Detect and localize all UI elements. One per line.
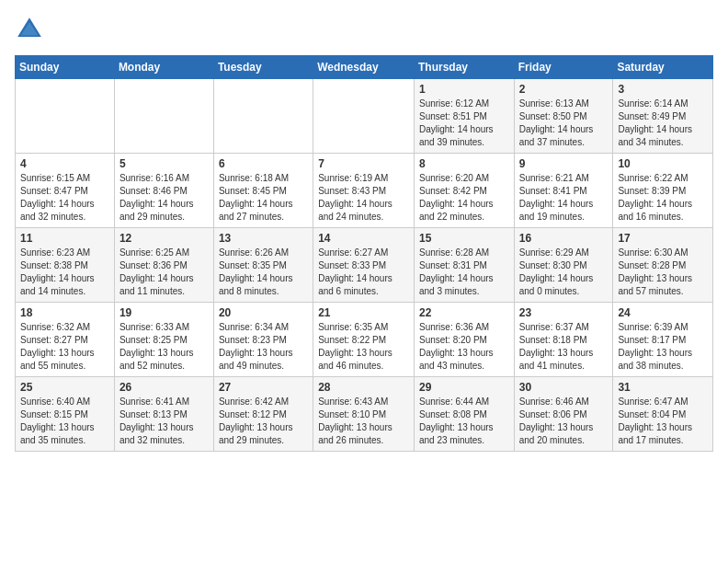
day-info: Sunrise: 6:16 AMSunset: 8:46 PMDaylight:… [119,172,209,224]
calendar-cell: 13Sunrise: 6:26 AMSunset: 8:35 PMDayligh… [213,228,313,303]
day-info: Sunrise: 6:37 AMSunset: 8:18 PMDaylight:… [519,321,609,373]
calendar-cell: 5Sunrise: 6:16 AMSunset: 8:46 PMDaylight… [114,154,213,228]
day-number: 13 [219,232,308,245]
day-info: Sunrise: 6:36 AMSunset: 8:20 PMDaylight:… [419,321,509,373]
calendar-cell: 28Sunrise: 6:43 AMSunset: 8:10 PMDayligh… [313,377,415,452]
day-info: Sunrise: 6:20 AMSunset: 8:42 PMDaylight:… [419,172,509,224]
day-number: 10 [618,157,708,170]
day-info: Sunrise: 6:33 AMSunset: 8:25 PMDaylight:… [119,321,209,373]
day-number: 3 [618,83,708,96]
calendar-week-row: 11Sunrise: 6:23 AMSunset: 8:38 PMDayligh… [16,228,713,303]
calendar-week-row: 4Sunrise: 6:15 AMSunset: 8:47 PMDaylight… [16,154,713,228]
day-number: 9 [519,157,609,170]
weekday-header-friday: Friday [514,56,613,79]
calendar-cell: 7Sunrise: 6:19 AMSunset: 8:43 PMDaylight… [313,154,415,228]
calendar-cell: 6Sunrise: 6:18 AMSunset: 8:45 PMDaylight… [213,154,313,228]
calendar-cell: 12Sunrise: 6:25 AMSunset: 8:36 PMDayligh… [114,228,213,303]
day-info: Sunrise: 6:21 AMSunset: 8:41 PMDaylight:… [519,172,609,224]
day-number: 20 [219,306,308,319]
day-number: 18 [20,306,109,319]
day-info: Sunrise: 6:43 AMSunset: 8:10 PMDaylight:… [318,396,409,447]
day-number: 24 [618,306,708,319]
day-number: 14 [318,232,409,245]
weekday-header-wednesday: Wednesday [313,56,415,79]
day-info: Sunrise: 6:22 AMSunset: 8:39 PMDaylight:… [618,172,708,224]
day-info: Sunrise: 6:34 AMSunset: 8:23 PMDaylight:… [219,321,308,373]
day-number: 22 [419,306,509,319]
calendar-cell: 16Sunrise: 6:29 AMSunset: 8:30 PMDayligh… [514,228,613,303]
day-number: 21 [318,306,409,319]
day-number: 28 [318,381,409,394]
calendar-cell [16,79,115,154]
day-number: 25 [20,381,109,394]
calendar-cell: 20Sunrise: 6:34 AMSunset: 8:23 PMDayligh… [213,303,313,377]
day-info: Sunrise: 6:26 AMSunset: 8:35 PMDaylight:… [219,247,308,298]
day-info: Sunrise: 6:35 AMSunset: 8:22 PMDaylight:… [318,321,409,373]
day-info: Sunrise: 6:46 AMSunset: 8:06 PMDaylight:… [519,396,609,447]
day-info: Sunrise: 6:30 AMSunset: 8:28 PMDaylight:… [618,247,708,298]
calendar-cell: 14Sunrise: 6:27 AMSunset: 8:33 PMDayligh… [313,228,415,303]
calendar-cell: 19Sunrise: 6:33 AMSunset: 8:25 PMDayligh… [114,303,213,377]
weekday-header-monday: Monday [114,56,213,79]
day-number: 2 [519,83,609,96]
day-info: Sunrise: 6:39 AMSunset: 8:17 PMDaylight:… [618,321,708,373]
day-info: Sunrise: 6:15 AMSunset: 8:47 PMDaylight:… [20,172,109,224]
day-info: Sunrise: 6:29 AMSunset: 8:30 PMDaylight:… [519,247,609,298]
day-number: 31 [618,381,708,394]
day-number: 30 [519,381,609,394]
calendar-cell: 27Sunrise: 6:42 AMSunset: 8:12 PMDayligh… [213,377,313,452]
calendar-cell [313,79,415,154]
day-number: 27 [219,381,308,394]
weekday-header-thursday: Thursday [414,56,514,79]
weekday-header-tuesday: Tuesday [213,56,313,79]
day-info: Sunrise: 6:23 AMSunset: 8:38 PMDaylight:… [20,247,109,298]
day-number: 12 [119,232,209,245]
calendar-cell [213,79,313,154]
day-info: Sunrise: 6:40 AMSunset: 8:15 PMDaylight:… [20,396,109,447]
weekday-header-sunday: Sunday [16,56,115,79]
day-info: Sunrise: 6:47 AMSunset: 8:04 PMDaylight:… [618,396,708,447]
calendar-cell: 30Sunrise: 6:46 AMSunset: 8:06 PMDayligh… [514,377,613,452]
day-info: Sunrise: 6:44 AMSunset: 8:08 PMDaylight:… [419,396,509,447]
calendar-table: SundayMondayTuesdayWednesdayThursdayFrid… [15,55,713,452]
weekday-header-row: SundayMondayTuesdayWednesdayThursdayFrid… [16,56,713,79]
calendar-week-row: 1Sunrise: 6:12 AMSunset: 8:51 PMDaylight… [16,79,713,154]
calendar-week-row: 25Sunrise: 6:40 AMSunset: 8:15 PMDayligh… [16,377,713,452]
day-info: Sunrise: 6:13 AMSunset: 8:50 PMDaylight:… [519,98,609,149]
day-number: 5 [119,157,209,170]
day-info: Sunrise: 6:41 AMSunset: 8:13 PMDaylight:… [119,396,209,447]
day-info: Sunrise: 6:32 AMSunset: 8:27 PMDaylight:… [20,321,109,373]
calendar-cell [114,79,213,154]
day-number: 17 [618,232,708,245]
calendar-cell: 23Sunrise: 6:37 AMSunset: 8:18 PMDayligh… [514,303,613,377]
day-number: 29 [419,381,509,394]
calendar-cell: 8Sunrise: 6:20 AMSunset: 8:42 PMDaylight… [414,154,514,228]
day-number: 1 [419,83,509,96]
calendar-cell: 26Sunrise: 6:41 AMSunset: 8:13 PMDayligh… [114,377,213,452]
day-info: Sunrise: 6:14 AMSunset: 8:49 PMDaylight:… [618,98,708,149]
day-number: 16 [519,232,609,245]
calendar-cell: 25Sunrise: 6:40 AMSunset: 8:15 PMDayligh… [16,377,115,452]
day-number: 26 [119,381,209,394]
calendar-cell: 4Sunrise: 6:15 AMSunset: 8:47 PMDaylight… [16,154,115,228]
day-number: 7 [318,157,409,170]
day-info: Sunrise: 6:12 AMSunset: 8:51 PMDaylight:… [419,98,509,149]
day-number: 6 [219,157,308,170]
day-info: Sunrise: 6:27 AMSunset: 8:33 PMDaylight:… [318,247,409,298]
day-number: 19 [119,306,209,319]
calendar-cell: 11Sunrise: 6:23 AMSunset: 8:38 PMDayligh… [16,228,115,303]
calendar-cell: 24Sunrise: 6:39 AMSunset: 8:17 PMDayligh… [613,303,713,377]
day-number: 4 [20,157,109,170]
weekday-header-saturday: Saturday [613,56,713,79]
logo [15,15,48,44]
calendar-cell: 9Sunrise: 6:21 AMSunset: 8:41 PMDaylight… [514,154,613,228]
day-number: 8 [419,157,509,170]
day-number: 23 [519,306,609,319]
day-info: Sunrise: 6:19 AMSunset: 8:43 PMDaylight:… [318,172,409,224]
calendar-cell: 29Sunrise: 6:44 AMSunset: 8:08 PMDayligh… [414,377,514,452]
calendar-cell: 3Sunrise: 6:14 AMSunset: 8:49 PMDaylight… [613,79,713,154]
calendar-cell: 21Sunrise: 6:35 AMSunset: 8:22 PMDayligh… [313,303,415,377]
day-info: Sunrise: 6:25 AMSunset: 8:36 PMDaylight:… [119,247,209,298]
day-number: 11 [20,232,109,245]
calendar-cell: 31Sunrise: 6:47 AMSunset: 8:04 PMDayligh… [613,377,713,452]
